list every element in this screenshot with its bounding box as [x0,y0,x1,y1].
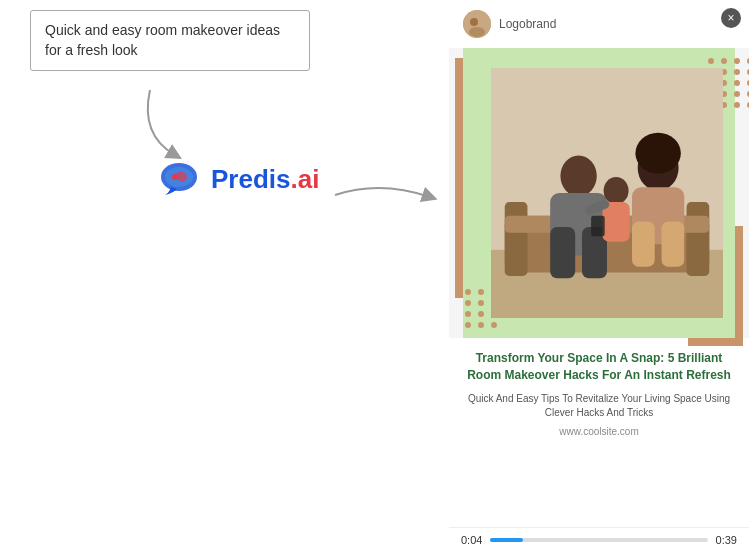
card-text-area: Transform Your Space In A Snap: 5 Brilli… [449,338,749,527]
progress-fill [490,538,523,542]
family-silhouette-icon [491,68,723,318]
svg-point-4 [470,18,478,26]
tooltip-text: Quick and easy room makeover ideas for a… [45,22,280,58]
progress-track[interactable] [490,538,707,542]
svg-rect-20 [662,221,685,266]
svg-point-21 [604,177,629,204]
predis-logo-area: Predis.ai [155,155,319,203]
svg-rect-19 [632,221,655,266]
svg-line-23 [590,204,605,210]
card-subtitle: Quick And Easy Tips To Revitalize Your L… [465,392,733,420]
time-end: 0:39 [716,534,737,546]
svg-point-12 [560,156,596,197]
visual-card [463,48,735,338]
arrow-down-left-icon [130,85,210,165]
predis-icon [155,155,203,203]
time-start: 0:04 [461,534,482,546]
svg-point-17 [635,133,680,174]
card-title: Transform Your Space In A Snap: 5 Brilli… [465,350,733,384]
card-url: www.coolsite.com [465,426,733,437]
left-panel: Quick and easy room makeover ideas for a… [0,0,450,552]
right-panel: Logobrand × [449,0,749,552]
svg-point-5 [469,27,485,37]
predis-wordmark: Predis.ai [211,164,319,195]
card-container: Logobrand × [449,0,749,552]
progress-bar-area: 0:04 0:39 [449,527,749,552]
logo-brand-label: Logobrand [499,17,556,31]
svg-rect-24 [591,216,605,236]
svg-rect-10 [687,202,710,276]
svg-rect-14 [550,227,575,278]
card-header: Logobrand × [449,0,749,48]
tooltip-box: Quick and easy room makeover ideas for a… [30,10,310,71]
svg-rect-9 [505,202,528,276]
arrow-right-icon [330,175,440,215]
family-photo [491,68,723,318]
logo-circle [463,10,491,38]
close-button[interactable]: × [721,8,741,28]
